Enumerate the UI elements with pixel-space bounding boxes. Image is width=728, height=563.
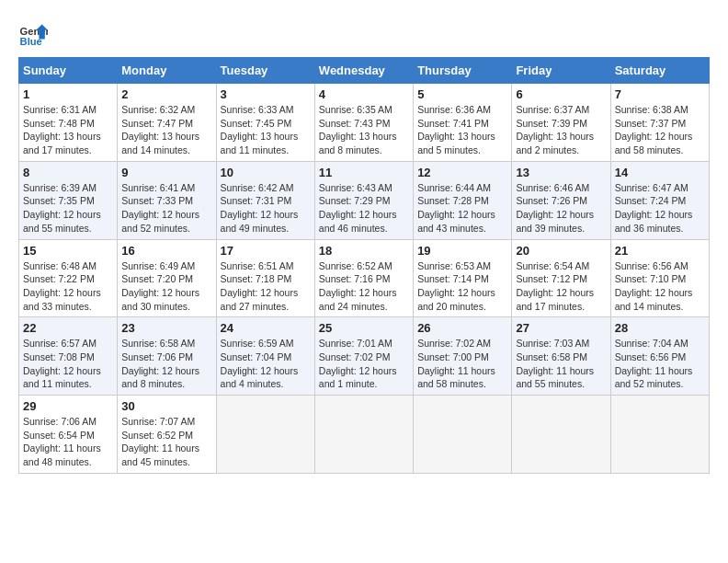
day-info: Sunrise: 6:41 AMSunset: 7:33 PMDaylight:… [121, 182, 199, 234]
day-info: Sunrise: 6:52 AMSunset: 7:16 PMDaylight:… [319, 260, 397, 312]
day-info: Sunrise: 6:32 AMSunset: 7:47 PMDaylight:… [121, 104, 199, 155]
calendar-cell: 26 Sunrise: 7:02 AMSunset: 7:00 PMDaylig… [414, 317, 512, 396]
day-number: 22 [23, 321, 113, 335]
day-info: Sunrise: 6:54 AMSunset: 7:12 PMDaylight:… [516, 260, 594, 312]
day-number: 1 [23, 87, 113, 101]
day-number: 30 [121, 399, 211, 413]
calendar-cell: 16 Sunrise: 6:49 AMSunset: 7:20 PMDaylig… [118, 239, 216, 317]
column-header-sunday: Sunday [19, 58, 118, 84]
day-info: Sunrise: 7:06 AMSunset: 6:54 PMDaylight:… [23, 416, 101, 467]
page-header: General Blue [18, 18, 710, 48]
calendar-cell: 2 Sunrise: 6:32 AMSunset: 7:47 PMDayligh… [118, 84, 216, 162]
logo-icon: General Blue [18, 18, 48, 48]
calendar-cell: 11 Sunrise: 6:43 AMSunset: 7:29 PMDaylig… [314, 161, 413, 239]
column-header-friday: Friday [512, 58, 610, 84]
calendar-cell: 29 Sunrise: 7:06 AMSunset: 6:54 PMDaylig… [19, 396, 118, 474]
day-info: Sunrise: 6:59 AMSunset: 7:04 PMDaylight:… [221, 338, 299, 389]
day-info: Sunrise: 6:56 AMSunset: 7:10 PMDaylight:… [615, 260, 693, 312]
calendar-cell: 21 Sunrise: 6:56 AMSunset: 7:10 PMDaylig… [610, 239, 709, 317]
column-header-monday: Monday [118, 58, 216, 84]
day-info: Sunrise: 6:58 AMSunset: 7:06 PMDaylight:… [121, 338, 199, 389]
calendar-cell: 8 Sunrise: 6:39 AMSunset: 7:35 PMDayligh… [19, 161, 118, 239]
calendar-cell: 4 Sunrise: 6:35 AMSunset: 7:43 PMDayligh… [314, 84, 413, 162]
calendar-cell: 23 Sunrise: 6:58 AMSunset: 7:06 PMDaylig… [118, 317, 216, 396]
day-number: 9 [121, 166, 211, 179]
day-number: 10 [221, 166, 311, 179]
day-number: 28 [615, 321, 705, 335]
day-info: Sunrise: 6:48 AMSunset: 7:22 PMDaylight:… [23, 260, 101, 312]
day-info: Sunrise: 6:53 AMSunset: 7:14 PMDaylight:… [417, 260, 495, 312]
day-number: 15 [23, 244, 113, 258]
calendar-cell: 24 Sunrise: 6:59 AMSunset: 7:04 PMDaylig… [216, 317, 314, 396]
day-number: 5 [417, 87, 507, 101]
day-info: Sunrise: 6:44 AMSunset: 7:28 PMDaylight:… [417, 182, 495, 234]
day-number: 29 [23, 399, 113, 413]
calendar-cell: 30 Sunrise: 7:07 AMSunset: 6:52 PMDaylig… [118, 396, 216, 474]
day-info: Sunrise: 6:33 AMSunset: 7:45 PMDaylight:… [221, 104, 299, 155]
calendar-cell: 3 Sunrise: 6:33 AMSunset: 7:45 PMDayligh… [216, 84, 314, 162]
day-number: 19 [417, 244, 507, 258]
day-number: 18 [319, 244, 409, 258]
calendar-table: SundayMondayTuesdayWednesdayThursdayFrid… [18, 57, 710, 474]
day-number: 13 [516, 166, 606, 179]
column-header-tuesday: Tuesday [216, 58, 314, 84]
day-info: Sunrise: 6:51 AMSunset: 7:18 PMDaylight:… [221, 260, 299, 312]
day-number: 3 [221, 87, 311, 101]
day-number: 21 [615, 244, 705, 258]
calendar-cell [414, 396, 512, 474]
day-number: 14 [615, 166, 705, 179]
calendar-cell: 25 Sunrise: 7:01 AMSunset: 7:02 PMDaylig… [314, 317, 413, 396]
day-info: Sunrise: 6:38 AMSunset: 7:37 PMDaylight:… [615, 104, 693, 155]
day-number: 24 [221, 321, 311, 335]
day-number: 6 [516, 87, 606, 101]
day-number: 2 [121, 87, 211, 101]
day-number: 12 [417, 166, 507, 179]
calendar-cell [610, 396, 709, 474]
calendar-cell: 17 Sunrise: 6:51 AMSunset: 7:18 PMDaylig… [216, 239, 314, 317]
calendar-cell: 7 Sunrise: 6:38 AMSunset: 7:37 PMDayligh… [610, 84, 709, 162]
column-header-thursday: Thursday [414, 58, 512, 84]
calendar-cell: 27 Sunrise: 7:03 AMSunset: 6:58 PMDaylig… [512, 317, 610, 396]
calendar-cell: 28 Sunrise: 7:04 AMSunset: 6:56 PMDaylig… [610, 317, 709, 396]
day-number: 8 [23, 166, 113, 179]
calendar-cell: 1 Sunrise: 6:31 AMSunset: 7:48 PMDayligh… [19, 84, 118, 162]
day-info: Sunrise: 6:39 AMSunset: 7:35 PMDaylight:… [23, 182, 101, 234]
day-info: Sunrise: 6:37 AMSunset: 7:39 PMDaylight:… [516, 104, 594, 155]
day-number: 4 [319, 87, 409, 101]
calendar-cell: 18 Sunrise: 6:52 AMSunset: 7:16 PMDaylig… [314, 239, 413, 317]
svg-text:Blue: Blue [20, 36, 42, 47]
day-info: Sunrise: 6:36 AMSunset: 7:41 PMDaylight:… [417, 104, 495, 155]
day-number: 26 [417, 321, 507, 335]
day-info: Sunrise: 6:47 AMSunset: 7:24 PMDaylight:… [615, 182, 693, 234]
day-number: 7 [615, 87, 705, 101]
day-number: 20 [516, 244, 606, 258]
calendar-cell: 13 Sunrise: 6:46 AMSunset: 7:26 PMDaylig… [512, 161, 610, 239]
calendar-cell: 10 Sunrise: 6:42 AMSunset: 7:31 PMDaylig… [216, 161, 314, 239]
day-info: Sunrise: 6:31 AMSunset: 7:48 PMDaylight:… [23, 104, 101, 155]
day-number: 23 [121, 321, 211, 335]
calendar-cell [314, 396, 413, 474]
day-number: 27 [516, 321, 606, 335]
day-number: 11 [319, 166, 409, 179]
day-info: Sunrise: 7:04 AMSunset: 6:56 PMDaylight:… [615, 338, 693, 389]
day-info: Sunrise: 6:49 AMSunset: 7:20 PMDaylight:… [121, 260, 199, 312]
day-info: Sunrise: 6:46 AMSunset: 7:26 PMDaylight:… [516, 182, 594, 234]
calendar-cell: 20 Sunrise: 6:54 AMSunset: 7:12 PMDaylig… [512, 239, 610, 317]
column-header-wednesday: Wednesday [314, 58, 413, 84]
calendar-cell: 9 Sunrise: 6:41 AMSunset: 7:33 PMDayligh… [118, 161, 216, 239]
calendar-cell: 12 Sunrise: 6:44 AMSunset: 7:28 PMDaylig… [414, 161, 512, 239]
day-info: Sunrise: 7:03 AMSunset: 6:58 PMDaylight:… [516, 338, 594, 389]
day-info: Sunrise: 7:01 AMSunset: 7:02 PMDaylight:… [319, 338, 397, 389]
calendar-cell: 5 Sunrise: 6:36 AMSunset: 7:41 PMDayligh… [414, 84, 512, 162]
day-number: 17 [221, 244, 311, 258]
calendar-cell [512, 396, 610, 474]
calendar-cell: 6 Sunrise: 6:37 AMSunset: 7:39 PMDayligh… [512, 84, 610, 162]
day-info: Sunrise: 6:43 AMSunset: 7:29 PMDaylight:… [319, 182, 397, 234]
day-number: 25 [319, 321, 409, 335]
day-info: Sunrise: 7:07 AMSunset: 6:52 PMDaylight:… [121, 416, 199, 467]
day-info: Sunrise: 7:02 AMSunset: 7:00 PMDaylight:… [417, 338, 495, 389]
day-info: Sunrise: 6:35 AMSunset: 7:43 PMDaylight:… [319, 104, 397, 155]
column-header-saturday: Saturday [610, 58, 709, 84]
calendar-cell: 19 Sunrise: 6:53 AMSunset: 7:14 PMDaylig… [414, 239, 512, 317]
logo: General Blue [18, 18, 48, 48]
